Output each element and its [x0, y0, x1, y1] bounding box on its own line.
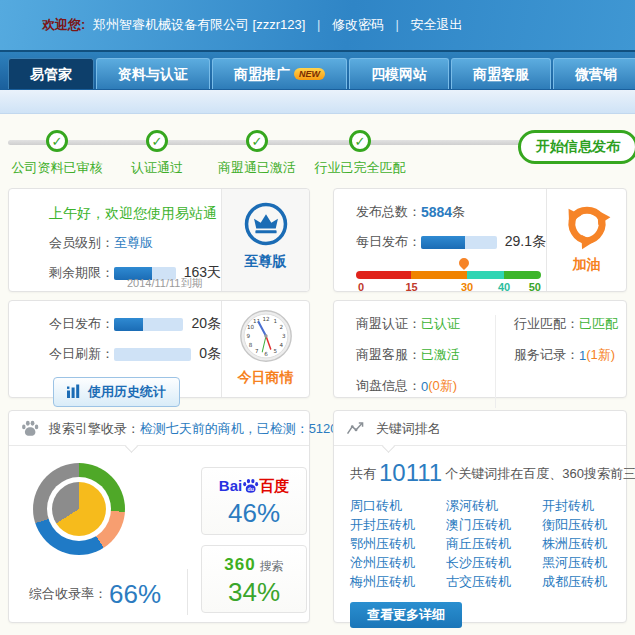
status-value: 已认证	[421, 315, 460, 333]
topbar-divider: |	[396, 17, 399, 32]
kw-summary-prefix: 共有	[350, 466, 376, 481]
keyword-link[interactable]: 株洲压砖机	[542, 535, 635, 554]
nav-tab-shangmeng-kefu[interactable]: 商盟客服	[451, 58, 551, 89]
status-extra: (0新)	[428, 377, 457, 395]
logout-link[interactable]: 安全退出	[411, 17, 463, 32]
keyword-rank-title: 关键词排名	[376, 421, 441, 436]
keyword-link[interactable]: 开封砖机	[542, 497, 635, 516]
nav-tab-yiguanjia[interactable]: 易管家	[8, 58, 94, 89]
start-publish-button[interactable]: 开始信息发布	[518, 130, 635, 164]
status-row: 服务记录： 1 (1新)	[514, 346, 618, 364]
seo-index-card: 搜索引擎收录：检测七天前的商机，已检测：5120条 综合收录率：66% Baid…	[8, 410, 310, 623]
nav-tab-shangmeng-tuiguang[interactable]: 商盟推广NEW	[212, 58, 347, 89]
check-icon: ✓	[246, 130, 268, 152]
member-level-link[interactable]: 至尊版	[114, 234, 153, 252]
cheer-panel[interactable]: 加油	[546, 189, 626, 291]
keyword-link[interactable]: 沧州压砖机	[350, 554, 446, 573]
keyword-grid: 周口砖机 漯河砖机 开封砖机 开封压砖机 澳门压砖机 衡阳压砖机 鄂州压砖机 商…	[334, 487, 626, 592]
svg-text:5: 5	[273, 348, 277, 354]
keyword-rank-card: 关键词排名 共有10111个关键词排在百度、360搜索前三页。 周口砖机 漯河砖…	[333, 410, 627, 623]
vertical-divider	[187, 569, 188, 615]
kw-summary-count: 10111	[379, 459, 442, 486]
s360-logo-num: 360	[224, 555, 255, 574]
onboarding-steps: ✓ 公司资料已审核 ✓ 认证通过 ✓ 商盟通已激活 ✓ 行业已完全匹配 开始信息…	[0, 120, 635, 182]
keyword-link[interactable]: 鄂州压砖机	[350, 535, 446, 554]
service-status-card: 商盟认证： 已认证 商盟客服： 已激活 询盘信息： 0 (0新) 行业匹配： 已…	[333, 300, 627, 398]
header-notch	[125, 440, 138, 453]
keyword-link[interactable]: 周口砖机	[350, 497, 446, 516]
crown-icon	[222, 201, 309, 250]
daily-publish-label: 每日发布：	[356, 233, 421, 251]
baidu-logo: Baidu百度	[202, 477, 306, 496]
status-extra: (1新)	[586, 346, 615, 364]
publish-total-unit: 条	[452, 203, 465, 221]
status-label: 询盘信息：	[356, 377, 421, 395]
svg-text:2: 2	[279, 324, 283, 330]
kw-summary-suffix: 个关键词排在百度、360搜索前三页。	[445, 466, 635, 481]
keyword-link[interactable]: 长沙压砖机	[446, 554, 542, 573]
status-row: 商盟客服： 已激活	[356, 346, 495, 364]
svg-text:7: 7	[254, 348, 258, 354]
nav-sub-band	[0, 90, 635, 114]
svg-text:6: 6	[264, 351, 268, 357]
nav-tab-ziliao[interactable]: 资料与认证	[96, 58, 210, 89]
bar-chart-icon	[67, 384, 82, 401]
status-value: 已激活	[421, 346, 460, 364]
seo-subtitle: 检测七天前的商机，已检测：5120条	[140, 421, 351, 436]
s360-index-card[interactable]: 360 搜索 34%	[201, 545, 307, 613]
daily-publish-value: 29.1条	[505, 233, 546, 251]
today-market-panel[interactable]: 1212 345 678 91011 今日商情	[221, 301, 309, 397]
keyword-link[interactable]: 商丘压砖机	[446, 535, 542, 554]
svg-text:du: du	[248, 486, 254, 492]
topbar: 欢迎您: 郑州智睿机械设备有限公司 [zzzr123] | 修改密码 | 安全退…	[0, 0, 635, 50]
nav-tab-label: 资料与认证	[118, 66, 188, 82]
baidu-percent: 46%	[202, 498, 306, 529]
nav-tab-label: 易管家	[30, 66, 72, 82]
baidu-index-card[interactable]: Baidu百度 46%	[201, 467, 307, 535]
svg-text:8: 8	[248, 342, 252, 348]
svg-text:12: 12	[262, 316, 269, 322]
publish-total-label: 发布总数：	[356, 203, 421, 221]
status-value[interactable]: 0	[421, 379, 428, 394]
keyword-link[interactable]: 古交压砖机	[446, 573, 542, 592]
keyword-link[interactable]: 衡阳压砖机	[542, 516, 635, 535]
svg-text:9: 9	[246, 333, 250, 339]
daily-publish-bar-fill	[421, 236, 465, 249]
nav-tab-label: 微营销	[575, 66, 617, 82]
rate-label: 综合收录率：	[29, 586, 107, 601]
check-icon: ✓	[46, 130, 68, 152]
member-badge-label: 至尊版	[222, 253, 309, 271]
keyword-link[interactable]: 漯河砖机	[446, 497, 542, 516]
member-level-label: 会员级别：	[49, 234, 114, 252]
publish-stats-card: 发布总数： 5884 条 每日发布： 29.1条 0 15 30 40 50	[333, 188, 627, 292]
seo-title: 搜索引擎收录：	[49, 421, 140, 436]
keyword-link[interactable]: 黑河压砖机	[542, 554, 635, 573]
history-stats-button[interactable]: 使用历史统计	[53, 377, 180, 407]
gauge-tick: 40	[498, 281, 510, 293]
remaining-label: 剩余期限：	[49, 264, 114, 282]
status-label: 商盟客服：	[356, 346, 421, 364]
paw-icon	[21, 424, 43, 439]
rate-value: 66%	[109, 579, 161, 609]
keyword-link[interactable]: 开封压砖机	[350, 516, 446, 535]
daily-gauge: 0 15 30 40 50	[356, 271, 541, 293]
greeting-text: 上午好，欢迎您使用易站通！	[49, 205, 221, 223]
keyword-link[interactable]: 澳门压砖机	[446, 516, 542, 535]
keyword-link[interactable]: 梅州压砖机	[350, 573, 446, 592]
refresh-cycle-icon	[547, 199, 626, 254]
today-publish-bar	[114, 318, 183, 331]
nav-tab-simo-wangzhan[interactable]: 四模网站	[349, 58, 449, 89]
today-stats-card: 今日发布： 20条 今日刷新： 0条 使用历史统计	[8, 300, 310, 398]
view-more-button[interactable]: 查看更多详细	[350, 602, 462, 628]
svg-text:4: 4	[279, 342, 283, 348]
member-badge-panel[interactable]: 至尊版	[221, 189, 309, 291]
gauge-ticks: 0 15 30 40 50	[356, 279, 541, 293]
today-refresh-bar	[114, 348, 191, 361]
today-market-label: 今日商情	[222, 369, 309, 387]
keyword-link[interactable]: 成都压砖机	[542, 573, 635, 592]
nav-tab-weiyingxiao[interactable]: 微营销	[553, 58, 635, 89]
svg-text:10: 10	[247, 324, 255, 330]
status-row: 商盟认证： 已认证	[356, 315, 495, 333]
status-value[interactable]: 1	[579, 348, 586, 363]
change-password-link[interactable]: 修改密码	[332, 17, 384, 32]
